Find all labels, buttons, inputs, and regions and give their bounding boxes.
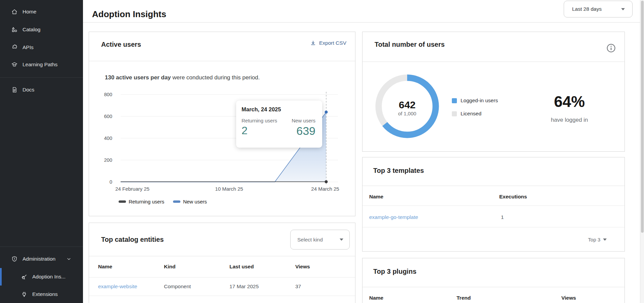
sidebar-item-label: Administration — [23, 256, 55, 262]
legend-label: Logged-in users — [461, 98, 498, 104]
top-templates-card: Top 3 templates Name Executions example-… — [362, 157, 625, 252]
returning-users-point[interactable] — [325, 180, 328, 183]
x-tick: 10 March 25 — [202, 186, 256, 192]
legend-item-returning-users: Returning users — [119, 199, 164, 204]
sidebar-item-docs[interactable]: Docs — [0, 83, 83, 97]
sidebar-item-label: APIs — [23, 44, 34, 50]
sidebar-item-label: Learning Paths — [23, 62, 57, 68]
legend-label: Licensed — [461, 111, 481, 117]
learning-paths-icon — [11, 61, 18, 68]
x-tick: 24 February 25 — [105, 186, 159, 192]
template-executions: 1 — [501, 214, 504, 220]
column-header-name: Name — [369, 295, 383, 301]
entity-last-used: 17 Mar 2025 — [229, 283, 259, 290]
new-users-point[interactable] — [325, 111, 328, 114]
header-divider — [83, 22, 640, 23]
chart-tooltip: March, 24 2025 Returning users 2 New use… — [236, 101, 322, 148]
caret-down-icon — [621, 8, 625, 10]
api-icon — [11, 44, 18, 51]
download-icon — [310, 40, 316, 46]
tooltip-label: New users — [292, 118, 315, 123]
catalog-icon — [11, 26, 18, 33]
sidebar-item-label: Home — [23, 9, 36, 15]
top-3-filter-label: Top 3 — [588, 237, 600, 242]
column-header-executions: Executions — [499, 194, 527, 200]
donut-center-caption: of 1,000 — [384, 111, 431, 116]
adoption-insights-page: Home Catalog APIs Learning Paths Docs Ad… — [0, 0, 644, 303]
tooltip-returning-col: Returning users 2 — [242, 118, 277, 138]
chart-summary: 130 active users per day were conducted … — [105, 74, 260, 81]
new-users-swatch — [173, 200, 180, 203]
sidebar-item-label: Extensions — [32, 291, 58, 297]
chart-legend: Returning users New users — [119, 199, 207, 204]
card-title: Top 3 templates — [373, 167, 424, 175]
sidebar-item-label: Adoption Ins... — [32, 274, 66, 280]
legend-label: New users — [183, 199, 207, 204]
sidebar-item-administration[interactable]: Administration — [0, 252, 83, 266]
card-title: Active users — [101, 41, 141, 48]
card-title: Top catalog entities — [101, 236, 164, 243]
card-header-divider — [89, 61, 355, 61]
column-header-views: Views — [561, 295, 576, 301]
tooltip-value: 639 — [292, 124, 315, 138]
card-header-divider — [362, 186, 625, 186]
top-catalog-entities-card: Top catalog entities Select kind Name Ki… — [89, 223, 355, 303]
sidebar-divider — [0, 247, 83, 247]
sidebar-item-apis[interactable]: APIs — [0, 41, 83, 54]
logged-in-percent: 64% — [536, 92, 603, 111]
vertical-scrollbar[interactable] — [640, 0, 644, 303]
template-link[interactable]: example-go-template — [369, 214, 418, 220]
column-header-name: Name — [98, 264, 112, 270]
column-header-views: Views — [295, 264, 310, 270]
card-title: Top 3 plugins — [373, 268, 417, 275]
sidebar-item-label: Catalog — [23, 27, 40, 33]
sidebar-item-label: Docs — [23, 87, 34, 93]
scrollbar-thumb[interactable] — [641, 1, 644, 233]
top-3-filter[interactable]: Top 3 — [588, 237, 607, 242]
sidebar-divider — [0, 77, 83, 78]
card-header-divider — [362, 287, 625, 287]
donut-center-value: 642 — [384, 99, 431, 111]
tooltip-label: Returning users — [242, 118, 277, 123]
select-kind-value: Select kind — [297, 237, 340, 243]
column-header-name: Name — [369, 194, 383, 200]
tooltip-date: March, 24 2025 — [242, 106, 315, 113]
export-csv-button[interactable]: Export CSV — [310, 40, 346, 46]
legend-label: Returning users — [129, 199, 164, 204]
logged-in-percent-caption: have logged in — [536, 117, 603, 123]
page-title: Adoption Insights — [92, 9, 166, 20]
sidebar: Home Catalog APIs Learning Paths Docs Ad… — [0, 0, 83, 303]
logged-in-users-swatch — [452, 98, 457, 103]
chart-summary-rest: were conducted during this period. — [171, 74, 260, 81]
table-divider — [362, 205, 625, 206]
sidebar-item-learning-paths[interactable]: Learning Paths — [0, 58, 83, 71]
table-divider — [89, 296, 355, 296]
chevron-down-icon — [66, 256, 72, 262]
chart-summary-bold: 130 active users per day — [105, 74, 171, 81]
active-users-card: Active users Export CSV 130 active users… — [89, 32, 355, 216]
licensed-swatch — [452, 111, 457, 116]
caret-down-icon — [340, 238, 343, 241]
date-range-select[interactable]: Last 28 days — [564, 1, 633, 17]
entity-kind: Component — [164, 283, 191, 290]
sidebar-item-extensions[interactable]: Extensions — [0, 288, 83, 301]
card-header-divider — [362, 62, 625, 62]
sidebar-item-adoption-insights[interactable]: Adoption Ins... — [0, 270, 83, 283]
returning-users-swatch — [119, 200, 126, 203]
column-header-last-used: Last used — [229, 264, 254, 270]
select-kind-dropdown[interactable]: Select kind — [290, 230, 350, 250]
administration-icon — [11, 256, 18, 262]
top-plugins-card: Top 3 plugins Name Trend Views — [362, 258, 625, 303]
table-divider — [362, 227, 625, 227]
info-icon[interactable] — [606, 43, 616, 53]
entity-link[interactable]: example-website — [98, 283, 137, 290]
sidebar-item-catalog[interactable]: Catalog — [0, 23, 83, 36]
sidebar-item-home[interactable]: Home — [0, 5, 83, 18]
total-users-card: Total number of users 642 of 1,000 Logge… — [362, 32, 625, 152]
column-header-kind: Kind — [164, 264, 175, 270]
extensions-icon — [21, 291, 28, 298]
x-tick: 24 March 25 — [298, 186, 352, 192]
donut-legend-licensed: Licensed — [452, 111, 481, 117]
tooltip-value: 2 — [242, 124, 277, 137]
legend-item-new-users: New users — [173, 199, 207, 204]
